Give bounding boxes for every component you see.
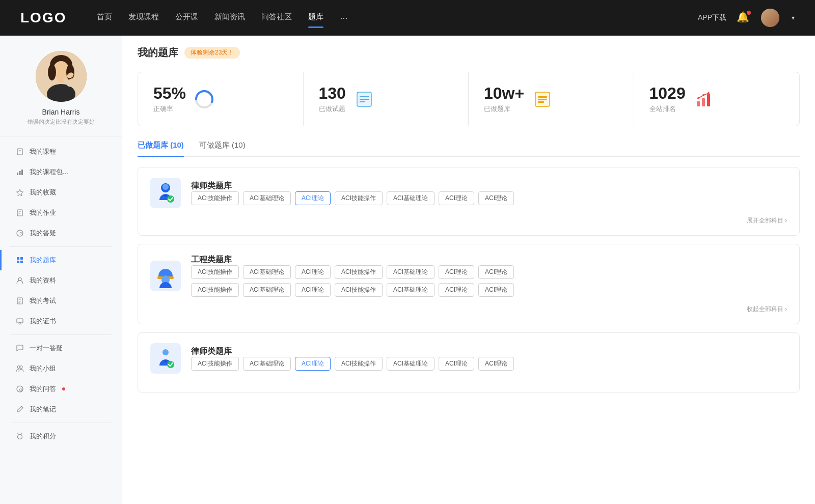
qbank-content-2: 律师类题库 ACI技能操作 ACI基础理论 ACI理论 ACI技能操作 ACI基… [191, 346, 514, 371]
tag-1-5[interactable]: ACI理论 [439, 265, 474, 279]
sidebar-label-1on1: 一对一答疑 [30, 344, 63, 353]
tag-2-1[interactable]: ACI基础理论 [243, 357, 291, 371]
sidebar-item-notes[interactable]: 我的笔记 [0, 399, 122, 419]
qa-icon: Q [15, 384, 24, 394]
tag-1-11[interactable]: ACI基础理论 [387, 283, 434, 297]
sidebar-item-1on1[interactable]: 一对一答疑 [0, 338, 122, 358]
avatar-dropdown-chevron[interactable]: ▾ [792, 14, 795, 21]
sidebar-item-favorites[interactable]: 我的收藏 [0, 182, 122, 203]
tag-2-3[interactable]: ACI技能操作 [335, 357, 383, 371]
svg-text:Q: Q [19, 387, 22, 392]
stat-questions-done-icon [354, 89, 374, 109]
tag-0-5[interactable]: ACI理论 [439, 191, 474, 205]
sidebar-label-exam: 我的考试 [30, 296, 56, 305]
tag-2-4[interactable]: ACI基础理论 [387, 357, 434, 371]
stat-site-rank: 1029 全站排名 [634, 72, 800, 126]
tab-done[interactable]: 已做题库 (10) [138, 141, 184, 156]
nav-news[interactable]: 新闻资讯 [214, 12, 245, 24]
nav-qa[interactable]: 问答社区 [261, 12, 292, 24]
svg-rect-24 [20, 261, 23, 263]
stat-questions-done-info: 130 已做试题 [319, 85, 346, 114]
profile-name: Brian Harris [42, 108, 80, 116]
tag-2-6[interactable]: ACI理论 [478, 357, 514, 371]
tag-2-0[interactable]: ACI技能操作 [191, 357, 239, 371]
stat-correct-rate-info: 55% 正确率 [153, 85, 186, 114]
tag-0-2[interactable]: ACI理论 [295, 191, 331, 205]
stat-correct-rate-label: 正确率 [153, 104, 186, 114]
tag-1-4[interactable]: ACI基础理论 [387, 265, 434, 279]
sidebar-label-course-package: 我的课程包... [30, 167, 68, 177]
tag-1-2[interactable]: ACI理论 [295, 265, 331, 279]
tag-1-10[interactable]: ACI技能操作 [335, 283, 383, 297]
tag-0-1[interactable]: ACI基础理论 [243, 191, 291, 205]
collapse-button-1[interactable]: 收起全部科目 › [747, 305, 787, 314]
grid-icon [15, 256, 24, 265]
qbank-tags-1-row1: ACI技能操作 ACI基础理论 ACI理论 ACI技能操作 ACI基础理论 AC… [191, 265, 787, 279]
sidebar-item-course-package[interactable]: 我的课程包... [0, 162, 122, 182]
sidebar-item-points[interactable]: 我的积分 [0, 426, 122, 446]
sidebar-item-my-qa[interactable]: ? 我的答疑 [0, 223, 122, 243]
sidebar-item-profile[interactable]: 我的资料 [0, 270, 122, 291]
svg-marker-15 [17, 189, 23, 196]
avatar[interactable] [761, 9, 779, 27]
qbank-icon-engineer-1 [150, 261, 181, 291]
stat-correct-rate-value: 55% [153, 85, 186, 102]
divider-2 [10, 334, 112, 335]
sidebar-item-certificate[interactable]: 我的证书 [0, 311, 122, 331]
tag-0-4[interactable]: ACI基础理论 [387, 191, 434, 205]
pencil-icon [15, 405, 24, 414]
tag-0-3[interactable]: ACI技能操作 [335, 191, 383, 205]
tag-1-0[interactable]: ACI技能操作 [191, 265, 239, 279]
nav-more[interactable]: ··· [340, 13, 347, 23]
tag-2-5[interactable]: ACI理论 [439, 357, 474, 371]
svg-rect-13 [19, 171, 21, 175]
person-icon [15, 276, 24, 285]
app-download-button[interactable]: APP下载 [698, 13, 726, 22]
sidebar-item-my-course[interactable]: 我的课程 [0, 142, 122, 162]
qbank-header-2: 律师类题库 ACI技能操作 ACI基础理论 ACI理论 ACI技能操作 ACI基… [150, 343, 787, 374]
nav-qbank[interactable]: 题库 [308, 12, 323, 24]
sidebar-label-questions: 我的问答 [30, 384, 56, 394]
tab-available[interactable]: 可做题库 (10) [199, 141, 246, 156]
sidebar-item-group[interactable]: 我的小组 [0, 358, 122, 379]
svg-rect-6 [58, 77, 64, 83]
svg-point-50 [697, 97, 699, 99]
nav-opencourse[interactable]: 公开课 [175, 12, 198, 24]
tag-1-1[interactable]: ACI基础理论 [243, 265, 291, 279]
main-content: 我的题库 体验剩余23天！ 55% 正确率 [122, 36, 815, 504]
sidebar-item-homework[interactable]: 我的作业 [0, 203, 122, 223]
tag-1-13[interactable]: ACI理论 [478, 283, 514, 297]
tag-1-7[interactable]: ACI技能操作 [191, 283, 239, 297]
tag-1-12[interactable]: ACI理论 [439, 283, 474, 297]
tag-1-9[interactable]: ACI理论 [295, 283, 331, 297]
tag-2-2[interactable]: ACI理论 [295, 357, 331, 371]
medal-icon [15, 432, 24, 441]
qbank-footer-0: 展开全部科目 › [150, 216, 787, 225]
sidebar-item-questions[interactable]: Q 我的问答 [0, 379, 122, 399]
nav-home[interactable]: 首页 [97, 12, 112, 24]
tag-0-0[interactable]: ACI技能操作 [191, 191, 239, 205]
qbank-title-0: 律师类题库 ACI技能操作 ACI基础理论 ACI理论 ACI技能操作 ACI基… [191, 181, 514, 205]
page-title: 我的题库 [138, 46, 178, 60]
qbank-card-2: 律师类题库 ACI技能操作 ACI基础理论 ACI理论 ACI技能操作 ACI基… [138, 332, 800, 393]
sidebar-item-qbank[interactable]: 我的题库 [0, 250, 122, 270]
qbank-title-text-2: 律师类题库 [191, 346, 514, 357]
sidebar: Brian Harris 错误的决定比没有决定要好 我的课程 我的课程包... [0, 36, 122, 504]
qbank-header-1: 工程类题库 ACI技能操作 ACI基础理论 ACI理论 ACI技能操作 ACI基… [150, 255, 787, 297]
tag-0-6[interactable]: ACI理论 [478, 191, 514, 205]
tag-1-8[interactable]: ACI基础理论 [243, 283, 291, 297]
tag-1-6[interactable]: ACI理论 [478, 265, 514, 279]
expand-button-0[interactable]: 展开全部科目 › [747, 216, 787, 225]
profile-motto: 错误的决定比没有决定要好 [28, 118, 95, 126]
sidebar-label-cert: 我的证书 [30, 317, 56, 326]
logo[interactable]: LOGO [20, 10, 66, 26]
svg-rect-22 [20, 257, 23, 260]
stat-correct-rate-icon [194, 89, 214, 109]
notification-bell[interactable] [737, 11, 751, 25]
sidebar-label-qbank: 我的题库 [30, 256, 56, 265]
sidebar-label-my-course: 我的课程 [30, 147, 56, 156]
sidebar-label-profile: 我的资料 [30, 276, 56, 285]
tag-1-3[interactable]: ACI技能操作 [335, 265, 383, 279]
sidebar-item-exam[interactable]: 我的考试 [0, 291, 122, 311]
nav-discover[interactable]: 发现课程 [128, 12, 159, 24]
